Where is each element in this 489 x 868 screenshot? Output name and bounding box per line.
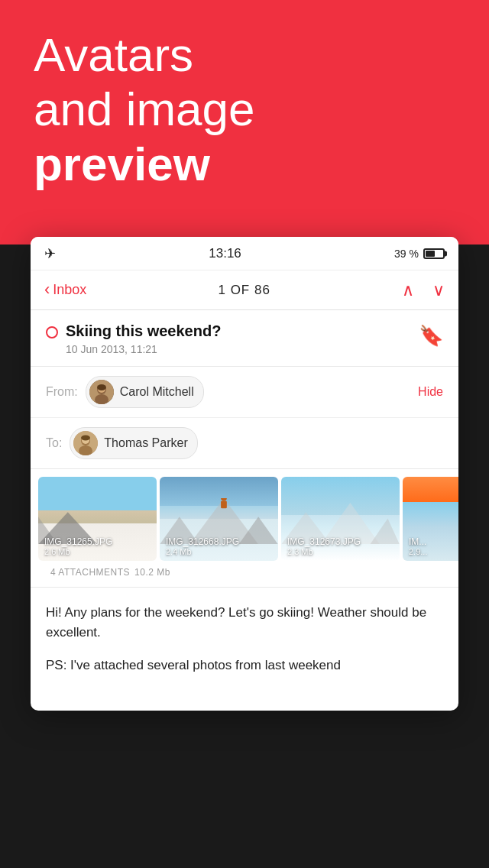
attachment-3-label: IMG_312673.JPG 2.3 Mb [287, 536, 361, 556]
battery-percent: 39 % [394, 248, 419, 260]
hero-section: Avatars and image preview [0, 0, 489, 245]
attachments-section: IMG_31265.JPG 2.6 Mb IMG_312668.JPG 2.4 … [31, 469, 458, 588]
email-subject: Skiing this weekend? [66, 322, 221, 340]
to-name: Thomas Parker [104, 436, 187, 450]
from-label: From: [46, 385, 78, 399]
hero-title: Avatars and image preview [34, 28, 455, 191]
carol-avatar [89, 380, 114, 404]
to-label: To: [46, 436, 62, 450]
airplane-icon: ✈ [44, 245, 56, 262]
attachment-2-label: IMG_312668.JPG 2.4 Mb [166, 536, 239, 556]
bookmark-icon[interactable]: 🔖 [419, 324, 443, 348]
svg-rect-22 [221, 500, 227, 508]
battery-icon [423, 248, 445, 259]
hide-button[interactable]: Hide [418, 385, 443, 399]
attachment-1-label: IMG_31265.JPG 2.6 Mb [44, 536, 112, 556]
from-to-section: From: Carol Mitchell Hide [31, 367, 458, 469]
unread-indicator [46, 326, 58, 338]
next-email-button[interactable]: ∨ [432, 280, 445, 300]
svg-marker-25 [370, 518, 400, 544]
from-row: From: Carol Mitchell Hide [31, 367, 458, 418]
to-row: To: Thomas Parker [31, 418, 458, 468]
svg-point-21 [221, 498, 227, 501]
email-counter: 1 OF 86 [218, 283, 270, 298]
status-right: 39 % [394, 248, 445, 260]
email-date: 10 Jun 2013, 11:21 [46, 343, 221, 355]
attachment-4[interactable]: IM... 2.9... [403, 477, 458, 561]
phone-mockup: ✈ 13:16 39 % ‹ Inbox 1 OF 86 ∧ ∨ Skiing … [31, 237, 458, 711]
email-body: Hi! Any plans for the weekend? Let's go … [31, 588, 458, 711]
status-time: 13:16 [209, 246, 241, 261]
from-name: Carol Mitchell [120, 385, 194, 399]
nav-arrows: ∧ ∨ [402, 280, 445, 300]
email-header: Skiing this weekend? 10 Jun 2013, 11:21 … [31, 310, 458, 367]
status-bar: ✈ 13:16 39 % [31, 237, 458, 270]
email-body-p2: PS: I've attached several photos from la… [46, 656, 443, 675]
from-contact-pill[interactable]: Carol Mitchell [86, 376, 204, 408]
attachments-scroll[interactable]: IMG_31265.JPG 2.6 Mb IMG_312668.JPG 2.4 … [31, 469, 458, 567]
to-contact-pill[interactable]: Thomas Parker [70, 427, 197, 459]
attachments-count: 4 ATTACHMENTS10.2 Mb [31, 567, 458, 578]
attachment-1[interactable]: IMG_31265.JPG 2.6 Mb [38, 477, 157, 561]
attachment-3[interactable]: IMG_312673.JPG 2.3 Mb [281, 477, 400, 561]
back-button[interactable]: ‹ Inbox [44, 280, 86, 300]
prev-email-button[interactable]: ∧ [402, 280, 414, 300]
nav-bar: ‹ Inbox 1 OF 86 ∧ ∨ [31, 270, 458, 310]
email-body-p1: Hi! Any plans for the weekend? Let's go … [46, 603, 443, 643]
attachment-4-label: IM... 2.9... [409, 536, 427, 556]
svg-point-9 [81, 436, 90, 441]
svg-point-4 [97, 384, 106, 390]
thomas-avatar [73, 431, 98, 455]
attachment-2[interactable]: IMG_312668.JPG 2.4 Mb [160, 477, 278, 561]
chevron-left-icon: ‹ [44, 280, 50, 300]
inbox-label: Inbox [53, 282, 86, 298]
